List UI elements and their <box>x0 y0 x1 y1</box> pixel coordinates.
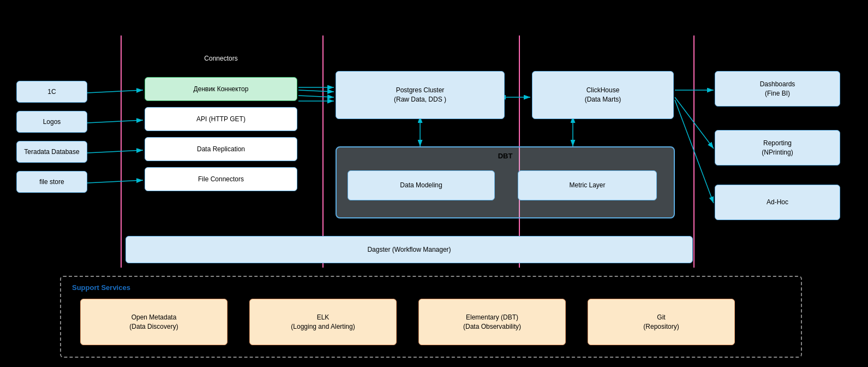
postgres-cluster: Postgres Cluster (Raw Data, DDS ) <box>336 71 505 119</box>
support-openmetadata: Open Metadata (Data Discovery) <box>80 299 228 345</box>
dagster: Dagster (Workflow Manager) <box>125 236 693 263</box>
dbt-label: DBT <box>498 152 513 160</box>
metric-layer: Metric Layer <box>518 170 657 200</box>
connector-replication: Data Replication <box>145 137 297 161</box>
data-modeling: Data Modeling <box>348 170 495 200</box>
support-elementary: Elementary (DBT) (Data Observability) <box>418 299 566 345</box>
connector-denwik: Денвик Коннектор <box>145 77 297 101</box>
svg-line-7 <box>87 180 143 183</box>
svg-line-10 <box>298 96 334 97</box>
svg-line-6 <box>87 150 143 153</box>
support-elk: ELK (Logging and Alerting) <box>249 299 397 345</box>
svg-line-9 <box>298 90 334 92</box>
connector-fileconn: File Connectors <box>145 167 297 191</box>
output-reporting: Reporting (NPrinting) <box>715 130 840 165</box>
output-adhoc: Ad-Hoc <box>715 185 840 220</box>
source-logos: Logos <box>16 111 87 133</box>
source-1c: 1C <box>16 81 87 103</box>
connector-api: API (HTTP GET) <box>145 107 297 131</box>
source-teradata: Teradata Database <box>16 141 87 163</box>
svg-line-16 <box>675 97 714 149</box>
output-dashboards: Dashboards (Fine BI) <box>715 71 840 106</box>
clickhouse: ClickHouse (Data Marts) <box>532 71 674 119</box>
svg-line-17 <box>675 100 714 203</box>
svg-line-5 <box>87 120 143 123</box>
architecture-diagram: 1C Logos Teradata Database file store Co… <box>0 0 868 367</box>
support-services-container: Support Services Open Metadata (Data Dis… <box>60 276 802 358</box>
source-filestore: file store <box>16 171 87 193</box>
dbt-container: DBT Data Modeling Metric Layer <box>336 146 675 218</box>
svg-line-4 <box>87 90 143 93</box>
support-services-title: Support Services <box>72 283 130 292</box>
connectors-section-label: Connectors <box>145 55 297 62</box>
support-git: Git (Repository) <box>588 299 735 345</box>
